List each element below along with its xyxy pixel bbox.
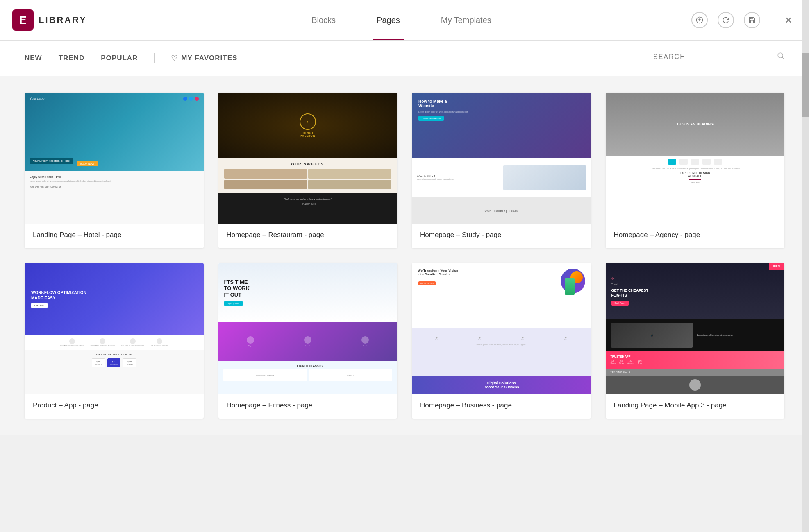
card-restaurant-label: Homepage – Restaurant - page <box>218 224 398 248</box>
save-button[interactable] <box>744 12 760 28</box>
card-product[interactable]: WORKFLOW OPTIMIZATIONMADE EASY Get It No… <box>25 263 204 419</box>
card-agency-label: Homepage – Agency - page <box>606 224 785 248</box>
hotel-logo: Your Logo <box>30 97 44 100</box>
nav-tabs: Blocks Pages My Templates <box>111 0 691 40</box>
search-area <box>653 52 784 64</box>
thumb-business: We Transform Your Visioninto Creative Re… <box>412 263 591 394</box>
card-fitness[interactable]: I'TS TIMETO WORKIT OUT Sign Up Now Yoga … <box>218 263 398 419</box>
filter-favorites[interactable]: ♡ MY FAVORITES <box>171 54 237 63</box>
card-restaurant[interactable]: ✦ DONUTPASSION OUR SWEETS "Only food set… <box>218 93 398 248</box>
template-grid: Your Logo Your Dream Vacation is Here BO… <box>25 93 784 419</box>
card-product-label: Product – App - page <box>25 394 204 419</box>
heart-icon: ♡ <box>171 54 178 63</box>
tab-blocks[interactable]: Blocks <box>307 0 340 40</box>
thumb-agency: THIS IS AN HEADING Lorem ipsum dolor sit… <box>606 93 785 224</box>
search-icon[interactable] <box>777 52 784 61</box>
logo-text: LIBRARY <box>39 15 87 25</box>
main-content: Your Logo Your Dream Vacation is Here BO… <box>0 76 809 435</box>
logo-area: E LIBRARY <box>12 9 87 31</box>
upload-button[interactable] <box>691 12 708 28</box>
tab-pages[interactable]: Pages <box>373 0 404 40</box>
filter-trend[interactable]: TREND <box>59 54 85 62</box>
refresh-button[interactable] <box>718 12 734 28</box>
card-mobile-label: Landing Page – Mobile App 3 - page <box>606 394 785 419</box>
thumb-hotel: Your Logo Your Dream Vacation is Here BO… <box>25 93 204 224</box>
hotel-social <box>183 97 199 101</box>
card-agency[interactable]: THIS IS AN HEADING Lorem ipsum dolor sit… <box>606 93 785 248</box>
tab-my-templates[interactable]: My Templates <box>437 0 495 40</box>
header-actions <box>691 12 797 28</box>
card-hotel-label: Landing Page – Hotel - page <box>25 224 204 248</box>
thumb-restaurant: ✦ DONUTPASSION OUR SWEETS "Only food set… <box>218 93 398 224</box>
filter-new[interactable]: NEW <box>25 54 42 62</box>
filter-separator <box>154 53 155 63</box>
card-business-label: Homepage – Business - page <box>412 394 591 419</box>
card-mobile-app[interactable]: PRO ✈ Torel GET THE CHEAPESTFLIGHTS Book… <box>606 263 785 419</box>
filter-popular[interactable]: POPULAR <box>101 54 138 62</box>
thumb-study: How to Make aWebsite Lorem ipsum dolor s… <box>412 93 591 224</box>
search-input[interactable] <box>653 53 773 61</box>
filter-bar: NEW TREND POPULAR ♡ MY FAVORITES <box>0 41 809 76</box>
card-business[interactable]: We Transform Your Visioninto Creative Re… <box>412 263 591 419</box>
card-study[interactable]: How to Make aWebsite Lorem ipsum dolor s… <box>412 93 591 248</box>
thumb-product: WORKFLOW OPTIMIZATIONMADE EASY Get It No… <box>25 263 204 394</box>
header-divider <box>770 12 770 28</box>
logo-icon: E <box>12 9 34 31</box>
page-scrollbar[interactable] <box>802 0 809 532</box>
header: E LIBRARY Blocks Pages My Templates <box>0 0 809 41</box>
scrollbar-thumb <box>802 53 809 117</box>
card-fitness-label: Homepage – Fitness - page <box>218 394 398 419</box>
card-hotel[interactable]: Your Logo Your Dream Vacation is Here BO… <box>25 93 204 248</box>
thumb-mobile: PRO ✈ Torel GET THE CHEAPESTFLIGHTS Book… <box>606 263 785 394</box>
pro-badge: PRO <box>769 263 784 270</box>
close-button[interactable] <box>780 12 797 28</box>
svg-point-4 <box>778 53 783 58</box>
svg-line-5 <box>782 57 783 58</box>
thumb-fitness: I'TS TIMETO WORKIT OUT Sign Up Now Yoga … <box>218 263 398 394</box>
card-study-label: Homepage – Study - page <box>412 224 591 248</box>
